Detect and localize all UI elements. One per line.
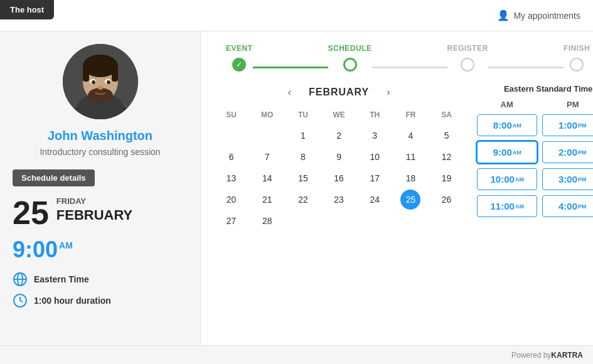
person-icon: 👤	[497, 9, 510, 21]
cal-header-th: TH	[357, 108, 393, 122]
footer-powered-by: Powered by	[511, 351, 551, 360]
host-badge: The host	[0, 0, 54, 19]
cal-cell-17[interactable]: 17	[365, 168, 385, 188]
step-line-1	[253, 67, 328, 68]
cal-cell-15[interactable]: 15	[293, 168, 313, 188]
timezone-label: Eastern Time	[34, 274, 89, 284]
calendar-month-year: FEBRUARY	[309, 87, 369, 98]
cal-cell-12[interactable]: 12	[437, 147, 457, 167]
cal-cell-3[interactable]: 3	[365, 126, 385, 146]
am-pm-headers: AM PM	[477, 100, 593, 109]
date-row: 25 FRIDAY FEBRUARY	[13, 196, 188, 229]
step-schedule-circle	[343, 58, 357, 72]
sidebar: John Washington Introductory consulting …	[0, 31, 201, 345]
time-slot-8am[interactable]: 8:00AM	[477, 114, 537, 136]
time-slot-3pm[interactable]: 3:00PM	[542, 168, 593, 190]
top-bar: The host 👤 My appointments	[0, 0, 593, 31]
cal-cell-2[interactable]: 2	[329, 126, 349, 146]
svg-point-12	[107, 80, 110, 84]
my-appointments-label: My appointments	[513, 11, 580, 21]
session-type: Introductory consulting session	[40, 147, 160, 157]
date-day-name: FRIDAY	[56, 196, 132, 206]
step-finish-circle	[570, 58, 584, 72]
cal-cell-9[interactable]: 9	[329, 147, 349, 167]
step-event: EVENT ✓	[226, 44, 253, 72]
globe-icon	[13, 272, 28, 287]
cal-cell-28[interactable]: 28	[257, 211, 277, 231]
cal-header-we: WE	[321, 108, 357, 122]
cal-header-fr: FR	[393, 108, 429, 122]
cal-cell-25[interactable]: 25	[400, 190, 420, 210]
cal-row-1: 1 2 3 4 5	[213, 126, 464, 146]
host-name: John Washington	[48, 129, 152, 143]
time-slot-2pm[interactable]: 2:00PM	[542, 141, 593, 163]
time-value: 9:00	[13, 237, 58, 263]
am-header: AM	[477, 100, 537, 109]
my-appointments-button[interactable]: 👤 My appointments	[497, 9, 580, 21]
cal-cell-14[interactable]: 14	[257, 168, 277, 188]
cal-cell-23[interactable]: 23	[329, 190, 349, 210]
cal-cell-4[interactable]: 4	[400, 126, 420, 146]
cal-cell-11[interactable]: 11	[400, 147, 420, 167]
time-section: Eastern Standard Time ▲ AM PM 8:00AM 1:0…	[477, 84, 593, 339]
cal-header-tu: TU	[285, 108, 321, 122]
step-finish-label: FINISH	[564, 44, 590, 53]
cal-cell-27[interactable]: 27	[222, 211, 242, 231]
cal-cell-24[interactable]: 24	[365, 190, 385, 210]
step-event-circle: ✓	[232, 58, 246, 72]
main-content: John Washington Introductory consulting …	[0, 31, 593, 345]
timezone-info-row: Eastern Time	[13, 272, 188, 287]
step-event-label: EVENT	[226, 44, 253, 53]
svg-rect-6	[83, 66, 89, 82]
svg-point-8	[88, 88, 113, 103]
cal-cell-16[interactable]: 16	[329, 168, 349, 188]
pm-header: PM	[543, 100, 593, 109]
prev-month-button[interactable]: ‹	[283, 84, 296, 100]
cal-cell-21[interactable]: 21	[257, 190, 277, 210]
timezone-row: Eastern Standard Time ▲	[477, 84, 593, 94]
date-day-number: 25	[13, 196, 49, 229]
next-month-button[interactable]: ›	[382, 84, 395, 100]
time-ampm: AM	[59, 240, 73, 250]
cal-cell	[400, 211, 420, 231]
calendar-section: ‹ FEBRUARY › SU MO TU WE TH FR SA	[213, 84, 464, 339]
right-panel: EVENT ✓ SCHEDULE REGISTER FINISH	[201, 31, 593, 345]
step-register-label: REGISTER	[447, 44, 488, 53]
time-slot-1pm[interactable]: 1:00PM	[542, 114, 593, 136]
time-slot-9am[interactable]: 9:00AM	[477, 141, 537, 163]
svg-point-11	[92, 80, 95, 84]
calendar-header-row: SU MO TU WE TH FR SA	[213, 108, 464, 122]
cal-cell-18[interactable]: 18	[400, 168, 420, 188]
cal-cell-10[interactable]: 10	[365, 147, 385, 167]
footer: Powered by KARTRA	[0, 345, 593, 364]
time-slot-11am[interactable]: 11:00AM	[477, 195, 537, 217]
cal-row-4: 20 21 22 23 24 25 26	[213, 190, 464, 210]
cal-cell	[222, 126, 242, 146]
date-month: FEBRUARY	[56, 207, 132, 223]
cal-header-sa: SA	[429, 108, 464, 122]
cal-header-su: SU	[213, 108, 249, 122]
calendar-nav: ‹ FEBRUARY ›	[213, 84, 464, 100]
footer-brand: KARTRA	[551, 351, 583, 360]
cal-cell-20[interactable]: 20	[222, 190, 242, 210]
cal-cell	[437, 211, 457, 231]
step-line-2	[372, 67, 447, 68]
cal-cell-26[interactable]: 26	[437, 190, 457, 210]
cal-cell	[257, 126, 277, 146]
time-slots-grid: 8:00AM 1:00PM 9:00AM 2:00PM 10:00AM	[477, 114, 593, 217]
time-slot-10am[interactable]: 10:00AM	[477, 168, 537, 190]
cal-cell-1[interactable]: 1	[293, 126, 313, 146]
duration-info-row: 1:00 hour duration	[13, 293, 188, 308]
time-slot-4pm[interactable]: 4:00PM	[542, 195, 593, 217]
svg-point-13	[98, 86, 103, 90]
cal-cell-6[interactable]: 6	[222, 147, 242, 167]
cal-cell-8[interactable]: 8	[293, 147, 313, 167]
step-register: REGISTER	[447, 44, 488, 72]
cal-cell-13[interactable]: 13	[222, 168, 242, 188]
cal-cell-22[interactable]: 22	[293, 190, 313, 210]
cal-cell-5[interactable]: 5	[437, 126, 457, 146]
cal-cell-19[interactable]: 19	[437, 168, 457, 188]
cal-cell-7[interactable]: 7	[257, 147, 277, 167]
duration-label: 1:00 hour duration	[34, 296, 111, 306]
cal-cell	[365, 211, 385, 231]
